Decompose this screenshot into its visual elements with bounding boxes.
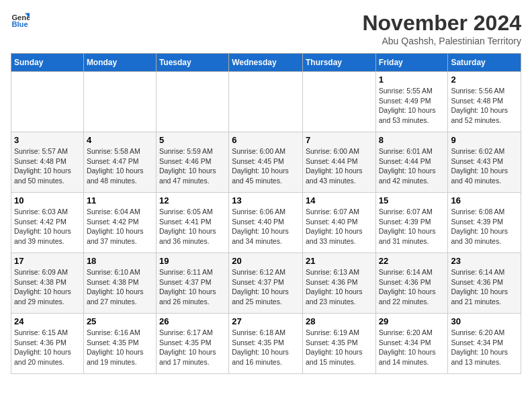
day-info: Sunrise: 5:59 AM Sunset: 4:46 PM Dayligh…: [159, 146, 226, 186]
day-info: Sunrise: 6:09 AM Sunset: 4:38 PM Dayligh…: [14, 267, 81, 307]
calendar-cell: 8Sunrise: 6:01 AM Sunset: 4:44 PM Daylig…: [375, 132, 448, 193]
day-number: 3: [14, 135, 81, 145]
day-number: 25: [87, 316, 153, 326]
calendar-body: 1Sunrise: 5:55 AM Sunset: 4:49 PM Daylig…: [11, 72, 521, 374]
calendar-cell: 24Sunrise: 6:15 AM Sunset: 4:36 PM Dayli…: [11, 314, 84, 374]
day-number: 11: [87, 195, 153, 205]
day-info: Sunrise: 6:16 AM Sunset: 4:35 PM Dayligh…: [87, 328, 153, 367]
day-number: 23: [451, 256, 518, 266]
day-number: 10: [14, 195, 81, 205]
logo: General Blue: [11, 11, 30, 30]
calendar-cell: 9Sunrise: 6:02 AM Sunset: 4:43 PM Daylig…: [448, 132, 521, 193]
day-number: 29: [379, 316, 445, 326]
day-number: 14: [306, 195, 373, 205]
day-info: Sunrise: 6:07 AM Sunset: 4:39 PM Dayligh…: [379, 207, 445, 246]
calendar-cell: 20Sunrise: 6:12 AM Sunset: 4:37 PM Dayli…: [229, 253, 303, 314]
calendar-cell: 30Sunrise: 6:20 AM Sunset: 4:34 PM Dayli…: [448, 314, 521, 374]
day-number: 30: [451, 316, 518, 326]
calendar-cell: 2Sunrise: 5:56 AM Sunset: 4:48 PM Daylig…: [448, 72, 521, 132]
day-number: 22: [379, 256, 445, 266]
calendar-cell: 21Sunrise: 6:13 AM Sunset: 4:36 PM Dayli…: [302, 253, 375, 314]
day-info: Sunrise: 5:55 AM Sunset: 4:49 PM Dayligh…: [379, 86, 445, 126]
calendar-cell: 15Sunrise: 6:07 AM Sunset: 4:39 PM Dayli…: [375, 193, 448, 253]
calendar-week-row: 17Sunrise: 6:09 AM Sunset: 4:38 PM Dayli…: [11, 253, 521, 314]
calendar-cell: 7Sunrise: 6:00 AM Sunset: 4:44 PM Daylig…: [302, 132, 375, 193]
calendar-cell: 13Sunrise: 6:06 AM Sunset: 4:40 PM Dayli…: [229, 193, 303, 253]
day-number: 7: [306, 135, 373, 145]
day-number: 8: [379, 135, 445, 145]
calendar-week-row: 24Sunrise: 6:15 AM Sunset: 4:36 PM Dayli…: [11, 314, 521, 374]
day-info: Sunrise: 6:20 AM Sunset: 4:34 PM Dayligh…: [379, 328, 445, 367]
calendar-table: SundayMondayTuesdayWednesdayThursdayFrid…: [11, 53, 521, 374]
calendar-week-row: 3Sunrise: 5:57 AM Sunset: 4:48 PM Daylig…: [11, 132, 521, 193]
calendar-cell: 6Sunrise: 6:00 AM Sunset: 4:45 PM Daylig…: [229, 132, 303, 193]
day-number: 20: [232, 256, 300, 266]
day-number: 21: [306, 256, 373, 266]
calendar-cell: 23Sunrise: 6:14 AM Sunset: 4:36 PM Dayli…: [448, 253, 521, 314]
day-info: Sunrise: 6:20 AM Sunset: 4:34 PM Dayligh…: [451, 328, 518, 367]
calendar-cell: 27Sunrise: 6:18 AM Sunset: 4:35 PM Dayli…: [229, 314, 303, 374]
day-info: Sunrise: 6:12 AM Sunset: 4:37 PM Dayligh…: [232, 267, 300, 307]
day-number: 9: [451, 135, 518, 145]
day-number: 19: [159, 256, 226, 266]
day-number: 27: [232, 316, 300, 326]
weekday-header-cell: Sunday: [11, 54, 84, 72]
calendar-week-row: 1Sunrise: 5:55 AM Sunset: 4:49 PM Daylig…: [11, 72, 521, 132]
day-number: 16: [451, 195, 518, 205]
day-info: Sunrise: 6:17 AM Sunset: 4:35 PM Dayligh…: [159, 328, 226, 367]
day-number: 28: [306, 316, 373, 326]
day-number: 24: [14, 316, 81, 326]
day-info: Sunrise: 6:11 AM Sunset: 4:37 PM Dayligh…: [159, 267, 226, 307]
day-number: 26: [159, 316, 226, 326]
svg-text:Blue: Blue: [11, 20, 28, 28]
calendar-cell: 17Sunrise: 6:09 AM Sunset: 4:38 PM Dayli…: [11, 253, 84, 314]
calendar-cell: [11, 72, 84, 132]
day-info: Sunrise: 6:14 AM Sunset: 4:36 PM Dayligh…: [451, 267, 518, 307]
weekday-header-cell: Friday: [375, 54, 448, 72]
title-area: November 2024 Abu Qashsh, Palestinian Te…: [362, 11, 521, 46]
calendar-week-row: 10Sunrise: 6:03 AM Sunset: 4:42 PM Dayli…: [11, 193, 521, 253]
day-info: Sunrise: 6:07 AM Sunset: 4:40 PM Dayligh…: [306, 207, 373, 246]
logo-icon: General Blue: [11, 11, 30, 30]
month-title: November 2024: [362, 11, 521, 36]
calendar-cell: 11Sunrise: 6:04 AM Sunset: 4:42 PM Dayli…: [83, 193, 156, 253]
day-info: Sunrise: 6:18 AM Sunset: 4:35 PM Dayligh…: [232, 328, 300, 367]
weekday-header-cell: Thursday: [302, 54, 375, 72]
calendar-cell: 19Sunrise: 6:11 AM Sunset: 4:37 PM Dayli…: [156, 253, 228, 314]
calendar-cell: 22Sunrise: 6:14 AM Sunset: 4:36 PM Dayli…: [375, 253, 448, 314]
day-info: Sunrise: 6:14 AM Sunset: 4:36 PM Dayligh…: [379, 267, 445, 307]
day-info: Sunrise: 5:57 AM Sunset: 4:48 PM Dayligh…: [14, 146, 81, 186]
day-info: Sunrise: 6:15 AM Sunset: 4:36 PM Dayligh…: [14, 328, 81, 367]
calendar-cell: [83, 72, 156, 132]
calendar-cell: 29Sunrise: 6:20 AM Sunset: 4:34 PM Dayli…: [375, 314, 448, 374]
day-number: 12: [159, 195, 226, 205]
calendar-cell: 26Sunrise: 6:17 AM Sunset: 4:35 PM Dayli…: [156, 314, 228, 374]
location-title: Abu Qashsh, Palestinian Territory: [362, 36, 521, 46]
calendar-cell: 28Sunrise: 6:19 AM Sunset: 4:35 PM Dayli…: [302, 314, 375, 374]
day-number: 1: [379, 75, 445, 85]
day-info: Sunrise: 6:08 AM Sunset: 4:39 PM Dayligh…: [451, 207, 518, 246]
calendar-cell: 16Sunrise: 6:08 AM Sunset: 4:39 PM Dayli…: [448, 193, 521, 253]
day-info: Sunrise: 5:58 AM Sunset: 4:47 PM Dayligh…: [87, 146, 153, 186]
weekday-header-row: SundayMondayTuesdayWednesdayThursdayFrid…: [11, 54, 521, 72]
day-info: Sunrise: 6:02 AM Sunset: 4:43 PM Dayligh…: [451, 146, 518, 186]
calendar-cell: 10Sunrise: 6:03 AM Sunset: 4:42 PM Dayli…: [11, 193, 84, 253]
day-number: 6: [232, 135, 300, 145]
day-info: Sunrise: 6:13 AM Sunset: 4:36 PM Dayligh…: [306, 267, 373, 307]
day-info: Sunrise: 6:01 AM Sunset: 4:44 PM Dayligh…: [379, 146, 445, 186]
day-info: Sunrise: 6:06 AM Sunset: 4:40 PM Dayligh…: [232, 207, 300, 246]
weekday-header-cell: Wednesday: [229, 54, 303, 72]
day-number: 2: [451, 75, 518, 85]
calendar-cell: 1Sunrise: 5:55 AM Sunset: 4:49 PM Daylig…: [375, 72, 448, 132]
calendar-cell: [302, 72, 375, 132]
calendar-cell: 3Sunrise: 5:57 AM Sunset: 4:48 PM Daylig…: [11, 132, 84, 193]
header: General Blue November 2024 Abu Qashsh, P…: [11, 11, 521, 46]
day-number: 13: [232, 195, 300, 205]
calendar-cell: [229, 72, 303, 132]
calendar-cell: 14Sunrise: 6:07 AM Sunset: 4:40 PM Dayli…: [302, 193, 375, 253]
day-info: Sunrise: 6:05 AM Sunset: 4:41 PM Dayligh…: [159, 207, 226, 246]
day-number: 4: [87, 135, 153, 145]
weekday-header-cell: Saturday: [448, 54, 521, 72]
weekday-header-cell: Tuesday: [156, 54, 228, 72]
calendar-cell: 25Sunrise: 6:16 AM Sunset: 4:35 PM Dayli…: [83, 314, 156, 374]
